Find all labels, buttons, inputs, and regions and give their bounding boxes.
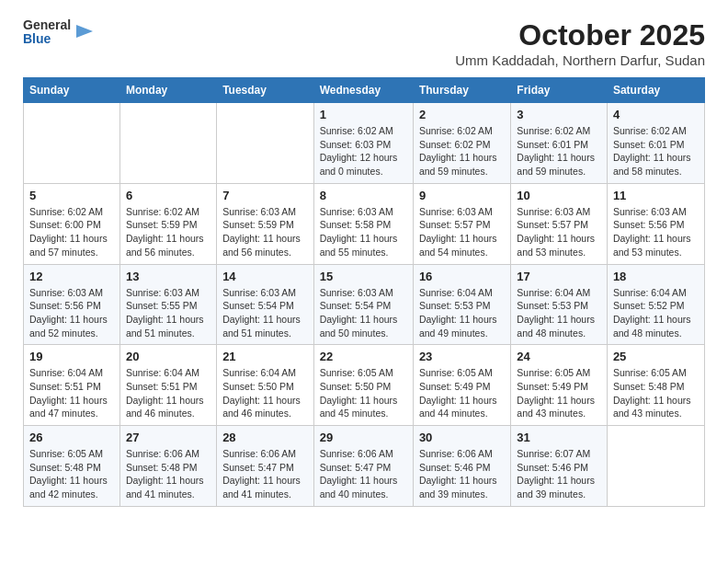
daylight-hours: Daylight: 11 hours and 51 minutes. <box>222 314 301 339</box>
daylight-hours: Daylight: 11 hours and 40 minutes. <box>320 475 398 500</box>
day-info: Sunrise: 6:03 AM Sunset: 5:55 PM Dayligh… <box>126 286 210 340</box>
day-info: Sunrise: 6:05 AM Sunset: 5:49 PM Dayligh… <box>419 366 505 420</box>
sunrise: Sunrise: 6:03 AM <box>222 287 296 298</box>
day-number: 5 <box>29 189 114 202</box>
daylight-hours: Daylight: 11 hours and 46 minutes. <box>222 395 301 419</box>
day-number: 23 <box>419 350 505 363</box>
day-info: Sunrise: 6:03 AM Sunset: 5:58 PM Dayligh… <box>320 205 407 259</box>
day-number: 29 <box>320 431 407 444</box>
col-header-friday: Friday <box>511 78 608 103</box>
sunset: Sunset: 5:46 PM <box>419 462 491 473</box>
logo: General Blue <box>23 18 95 47</box>
sunrise: Sunrise: 6:05 AM <box>29 448 103 459</box>
day-info: Sunrise: 6:02 AM Sunset: 6:00 PM Dayligh… <box>29 205 114 259</box>
day-number: 28 <box>222 431 308 444</box>
sunset: Sunset: 5:56 PM <box>29 300 101 311</box>
col-header-monday: Monday <box>119 78 216 103</box>
sunrise: Sunrise: 6:06 AM <box>419 448 493 459</box>
sunrise: Sunrise: 6:02 AM <box>320 125 393 136</box>
calendar-week-row: 26 Sunrise: 6:05 AM Sunset: 5:48 PM Dayl… <box>24 426 705 507</box>
sunset: Sunset: 6:01 PM <box>613 139 685 150</box>
calendar-cell: 15 Sunrise: 6:03 AM Sunset: 5:54 PM Dayl… <box>313 264 413 345</box>
day-info: Sunrise: 6:06 AM Sunset: 5:47 PM Dayligh… <box>320 447 407 501</box>
daylight-hours: Daylight: 11 hours and 56 minutes. <box>126 233 204 258</box>
day-info: Sunrise: 6:04 AM Sunset: 5:51 PM Dayligh… <box>126 366 210 420</box>
day-number: 11 <box>613 189 699 202</box>
day-info: Sunrise: 6:02 AM Sunset: 6:01 PM Dayligh… <box>517 124 601 178</box>
sunrise: Sunrise: 6:05 AM <box>320 367 393 378</box>
calendar-cell: 9 Sunrise: 6:03 AM Sunset: 5:57 PM Dayli… <box>413 183 510 264</box>
daylight-hours: Daylight: 11 hours and 57 minutes. <box>29 233 108 258</box>
col-header-tuesday: Tuesday <box>217 78 314 103</box>
sunrise: Sunrise: 6:02 AM <box>613 125 687 136</box>
day-number: 16 <box>419 270 505 283</box>
calendar-cell: 3 Sunrise: 6:02 AM Sunset: 6:01 PM Dayli… <box>511 103 608 184</box>
day-info: Sunrise: 6:03 AM Sunset: 5:57 PM Dayligh… <box>517 205 601 259</box>
daylight-hours: Daylight: 11 hours and 59 minutes. <box>419 152 497 177</box>
month-title: October 2025 <box>455 18 705 52</box>
daylight-hours: Daylight: 11 hours and 48 minutes. <box>517 314 595 339</box>
daylight-hours: Daylight: 11 hours and 53 minutes. <box>517 233 595 258</box>
sunrise: Sunrise: 6:03 AM <box>222 206 296 217</box>
col-header-saturday: Saturday <box>607 78 704 103</box>
sunset: Sunset: 5:59 PM <box>126 219 198 230</box>
sunrise: Sunrise: 6:03 AM <box>419 206 493 217</box>
sunset: Sunset: 5:57 PM <box>419 219 491 230</box>
calendar-cell: 12 Sunrise: 6:03 AM Sunset: 5:56 PM Dayl… <box>24 264 120 345</box>
sunset: Sunset: 5:56 PM <box>613 219 685 230</box>
calendar-cell: 25 Sunrise: 6:05 AM Sunset: 5:48 PM Dayl… <box>607 345 704 426</box>
sunrise: Sunrise: 6:02 AM <box>419 125 493 136</box>
col-header-thursday: Thursday <box>413 78 510 103</box>
calendar-header-row: SundayMondayTuesdayWednesdayThursdayFrid… <box>24 78 705 103</box>
calendar-cell: 24 Sunrise: 6:05 AM Sunset: 5:49 PM Dayl… <box>511 345 608 426</box>
calendar-cell: 29 Sunrise: 6:06 AM Sunset: 5:47 PM Dayl… <box>313 426 413 507</box>
sunrise: Sunrise: 6:04 AM <box>126 367 199 378</box>
calendar-cell <box>217 103 314 184</box>
calendar-table: SundayMondayTuesdayWednesdayThursdayFrid… <box>23 77 705 507</box>
sunrise: Sunrise: 6:02 AM <box>126 206 199 217</box>
daylight-hours: Daylight: 11 hours and 46 minutes. <box>126 395 204 419</box>
calendar-cell: 8 Sunrise: 6:03 AM Sunset: 5:58 PM Dayli… <box>313 183 413 264</box>
day-number: 3 <box>517 108 601 121</box>
sunrise: Sunrise: 6:06 AM <box>126 448 199 459</box>
calendar-cell: 21 Sunrise: 6:04 AM Sunset: 5:50 PM Dayl… <box>217 345 314 426</box>
calendar-cell: 30 Sunrise: 6:06 AM Sunset: 5:46 PM Dayl… <box>413 426 510 507</box>
day-info: Sunrise: 6:03 AM Sunset: 5:56 PM Dayligh… <box>613 205 699 259</box>
sunset: Sunset: 5:52 PM <box>613 300 685 311</box>
daylight-hours: Daylight: 11 hours and 56 minutes. <box>222 233 301 258</box>
sunrise: Sunrise: 6:06 AM <box>320 448 393 459</box>
day-number: 24 <box>517 350 601 363</box>
day-number: 21 <box>222 350 308 363</box>
day-number: 13 <box>126 270 210 283</box>
sunrise: Sunrise: 6:03 AM <box>613 206 687 217</box>
day-info: Sunrise: 6:03 AM Sunset: 5:59 PM Dayligh… <box>222 205 308 259</box>
calendar-cell: 16 Sunrise: 6:04 AM Sunset: 5:53 PM Dayl… <box>413 264 510 345</box>
day-number: 2 <box>419 108 505 121</box>
daylight-hours: Daylight: 11 hours and 50 minutes. <box>320 314 398 339</box>
sunrise: Sunrise: 6:03 AM <box>517 206 590 217</box>
sunset: Sunset: 5:58 PM <box>320 219 392 230</box>
day-info: Sunrise: 6:02 AM Sunset: 6:02 PM Dayligh… <box>419 124 505 178</box>
day-number: 6 <box>126 189 210 202</box>
sunset: Sunset: 5:47 PM <box>320 462 392 473</box>
sunrise: Sunrise: 6:05 AM <box>419 367 493 378</box>
sunset: Sunset: 5:46 PM <box>517 462 588 473</box>
sunset: Sunset: 5:50 PM <box>222 381 294 392</box>
calendar-cell <box>607 426 704 507</box>
logo-blue: Blue <box>23 32 71 46</box>
day-number: 17 <box>517 270 601 283</box>
day-number: 7 <box>222 189 308 202</box>
calendar-cell: 5 Sunrise: 6:02 AM Sunset: 6:00 PM Dayli… <box>24 183 120 264</box>
logo-general: General <box>23 18 71 32</box>
svg-marker-0 <box>76 25 93 38</box>
sunset: Sunset: 5:50 PM <box>320 381 392 392</box>
day-number: 9 <box>419 189 505 202</box>
calendar-cell: 1 Sunrise: 6:02 AM Sunset: 6:03 PM Dayli… <box>313 103 413 184</box>
day-number: 8 <box>320 189 407 202</box>
day-number: 15 <box>320 270 407 283</box>
sunrise: Sunrise: 6:04 AM <box>222 367 296 378</box>
sunset: Sunset: 6:00 PM <box>29 219 101 230</box>
calendar-week-row: 5 Sunrise: 6:02 AM Sunset: 6:00 PM Dayli… <box>24 183 705 264</box>
sunrise: Sunrise: 6:04 AM <box>517 287 590 298</box>
day-number: 27 <box>126 431 210 444</box>
